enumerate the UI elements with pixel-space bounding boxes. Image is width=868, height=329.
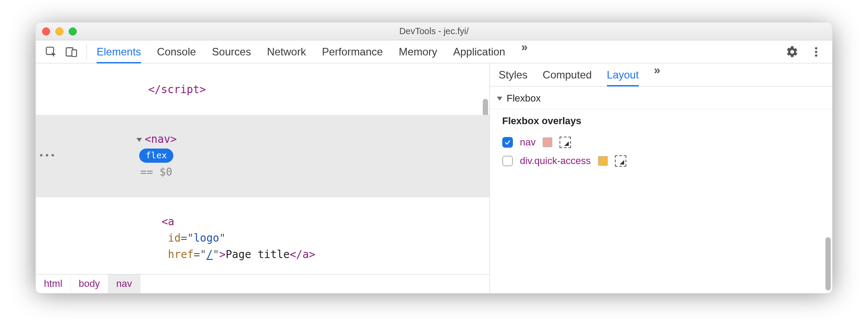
- tab-sources[interactable]: Sources: [212, 40, 251, 63]
- overlay-color-swatch[interactable]: [543, 137, 552, 147]
- kebab-menu-icon[interactable]: [810, 46, 822, 58]
- side-tab-styles[interactable]: Styles: [499, 63, 528, 86]
- crumb-body[interactable]: body: [71, 274, 109, 293]
- traffic-lights: [42, 27, 77, 35]
- inspect-element-icon[interactable]: [45, 46, 57, 58]
- tab-performance[interactable]: Performance: [322, 40, 383, 63]
- overlay-row-quick-access: div.quick-access: [502, 152, 822, 170]
- overlay-checkbox-nav[interactable]: [502, 137, 513, 148]
- crumb-html[interactable]: html: [36, 274, 71, 293]
- svg-point-3: [815, 47, 817, 49]
- dom-tree[interactable]: </script> <nav> flex == $0 <a id="logo" …: [36, 63, 489, 274]
- close-window-button[interactable]: [42, 27, 50, 35]
- title-bar: DevTools - jec.fyi/: [36, 23, 832, 40]
- tab-memory[interactable]: Memory: [399, 40, 438, 63]
- overlay-row-nav: nav: [502, 133, 822, 152]
- window-title: DevTools - jec.fyi/: [399, 26, 469, 36]
- dom-node-script-close[interactable]: </script>: [36, 65, 489, 115]
- expand-toggle-icon[interactable]: [137, 138, 142, 142]
- svg-point-5: [815, 54, 817, 56]
- sidebar-tabs: Styles Computed Layout »: [490, 63, 832, 86]
- dom-node-nav-selected[interactable]: <nav> flex == $0: [36, 115, 489, 197]
- tab-elements[interactable]: Elements: [97, 40, 141, 63]
- overlay-name[interactable]: div.quick-access: [520, 155, 591, 167]
- tab-console[interactable]: Console: [157, 40, 196, 63]
- sidebar-panel: Styles Computed Layout » Flexbox Flexbox…: [490, 63, 832, 293]
- overlay-highlight-icon[interactable]: [615, 155, 626, 167]
- settings-gear-icon[interactable]: [786, 46, 798, 58]
- sidebar-tabs-overflow-icon[interactable]: »: [654, 63, 659, 86]
- layout-panel: Flexbox Flexbox overlays nav: [490, 86, 832, 293]
- minimize-window-button[interactable]: [55, 27, 63, 35]
- section-title: Flexbox: [507, 93, 541, 104]
- overlay-highlight-icon[interactable]: [559, 137, 571, 148]
- overlay-checkbox-quick-access[interactable]: [502, 156, 513, 166]
- svg-point-4: [815, 51, 817, 53]
- scrollbar-thumb[interactable]: [825, 237, 831, 290]
- breadcrumb: html body nav: [36, 274, 489, 293]
- device-toolbar-icon[interactable]: [65, 46, 78, 58]
- flex-badge[interactable]: flex: [139, 149, 173, 163]
- dom-node-a-logo[interactable]: <a id="logo" href="/">Page title</a>: [36, 197, 489, 274]
- zoom-window-button[interactable]: [69, 27, 77, 35]
- svg-rect-2: [72, 50, 77, 56]
- tab-application[interactable]: Application: [453, 40, 505, 63]
- crumb-nav[interactable]: nav: [108, 274, 140, 293]
- main-toolbar: Elements Console Sources Network Perform…: [36, 40, 832, 63]
- elements-panel: </script> <nav> flex == $0 <a id="logo" …: [36, 63, 490, 293]
- overlays-heading: Flexbox overlays: [502, 115, 822, 127]
- overlay-color-swatch[interactable]: [598, 156, 608, 166]
- flexbox-section-header[interactable]: Flexbox: [490, 86, 832, 109]
- side-tab-layout[interactable]: Layout: [607, 63, 639, 86]
- tab-network[interactable]: Network: [267, 40, 306, 63]
- panel-tabs: Elements Console Sources Network Perform…: [93, 40, 526, 63]
- devtools-window: DevTools - jec.fyi/ E: [35, 22, 833, 294]
- tabs-overflow-icon[interactable]: »: [521, 40, 526, 63]
- overlay-name[interactable]: nav: [520, 137, 536, 148]
- side-tab-computed[interactable]: Computed: [543, 63, 592, 86]
- chevron-down-icon: [497, 97, 502, 101]
